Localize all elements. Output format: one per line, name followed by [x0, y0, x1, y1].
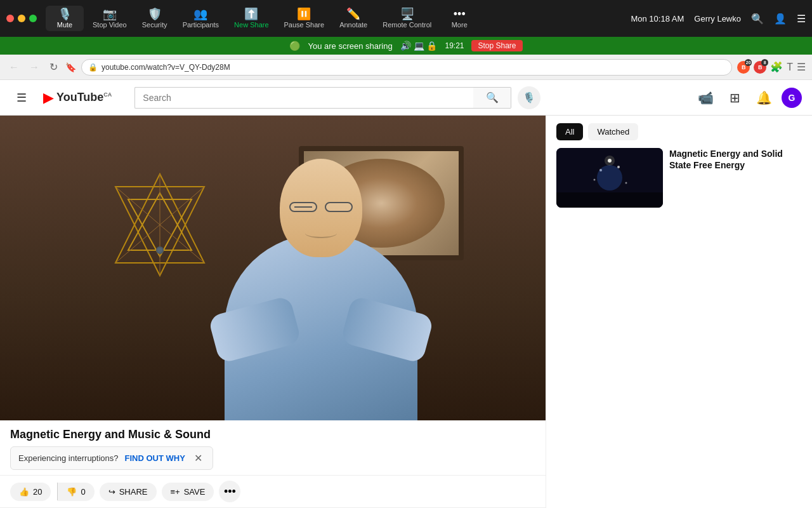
- close-icon: ✕: [194, 453, 202, 464]
- sidebar-video-info: Magnetic Energy and Solid State Free Ene…: [669, 148, 802, 208]
- camera-icon: 📷: [103, 8, 117, 20]
- stop-video-button[interactable]: 📷 Stop Video: [86, 6, 133, 31]
- person: [200, 154, 442, 420]
- security-button[interactable]: 🛡️ Security: [136, 6, 174, 31]
- like-count: 20: [33, 487, 42, 497]
- forward-button[interactable]: →: [27, 60, 42, 74]
- all-filter-button[interactable]: All: [556, 123, 583, 140]
- youtube-logo[interactable]: ▶ YouTubeCA: [43, 90, 112, 106]
- filter-row: All Watched: [556, 123, 802, 140]
- sidebar-thumbnail: [556, 148, 663, 208]
- voice-search-button[interactable]: 🎙️: [518, 86, 540, 109]
- apps-button[interactable]: ⊞: [723, 86, 746, 109]
- brave-menu-icon[interactable]: ☰: [797, 61, 806, 73]
- screen-share-message: You are screen sharing: [308, 41, 392, 51]
- interruption-bar: Experiencing interruptions? FIND OUT WHY…: [10, 446, 213, 470]
- close-dot[interactable]: [6, 15, 14, 22]
- brave-shield-count: 20: [745, 59, 752, 66]
- mute-button[interactable]: 🎙️ Mute: [46, 6, 84, 31]
- dislike-button[interactable]: 👎 0: [58, 483, 94, 501]
- video-info-bar: Magnetic Energy and Music & Sound Experi…: [0, 420, 546, 476]
- thumbs-down-icon: 👎: [67, 487, 77, 497]
- video-player[interactable]: [0, 116, 546, 420]
- browser-icons: B 20 B 8 🧩 T ☰: [737, 61, 806, 74]
- svg-point-15: [597, 165, 622, 190]
- hamburger-icon: ☰: [16, 91, 27, 105]
- thumbs-up-icon: 👍: [19, 487, 29, 497]
- annotate-icon: ✏️: [346, 8, 360, 20]
- bookmark-icon[interactable]: 🔖: [65, 62, 76, 72]
- maximize-dot[interactable]: [29, 15, 37, 22]
- address-bar[interactable]: 🔒 youtube.com/watch?v=V_QY-Ddy28M: [81, 59, 732, 76]
- sidebar-thumb-inner: [556, 148, 663, 208]
- brave-shield-icon[interactable]: B 20: [737, 61, 750, 74]
- svg-rect-16: [556, 192, 663, 208]
- menu-icon[interactable]: ☰: [797, 13, 806, 25]
- youtube-logo-text: YouTubeCA: [56, 91, 112, 104]
- right-sidebar: All Watched: [546, 116, 812, 508]
- stop-share-label: Stop Share: [478, 41, 516, 50]
- video-title: Magnetic Energy and Music & Sound: [10, 428, 535, 441]
- share-icon: ↪: [108, 487, 115, 497]
- video-section: Magnetic Energy and Music & Sound Experi…: [0, 116, 546, 508]
- remote-icon: 🖥️: [400, 8, 414, 20]
- user-avatar[interactable]: G: [782, 88, 802, 108]
- dislike-count: 0: [81, 487, 85, 497]
- reload-button[interactable]: ↻: [47, 60, 60, 74]
- notifications-button[interactable]: 🔔: [752, 86, 775, 109]
- participants-button[interactable]: 👥 Participants: [176, 6, 225, 31]
- username-text: Gerry Lewko: [694, 14, 741, 23]
- svg-point-12: [594, 179, 596, 181]
- search-btn-icon: 🔍: [486, 91, 499, 104]
- brave-rewards-icon[interactable]: B 8: [754, 61, 766, 74]
- annotate-button[interactable]: ✏️ Annotate: [333, 6, 374, 31]
- main-content: Magnetic Energy and Music & Sound Experi…: [0, 116, 812, 508]
- share-label: SHARE: [119, 487, 148, 497]
- minimize-dot[interactable]: [18, 15, 25, 22]
- datetime-area: Mon 10:18 AM Gerry Lewko 🔍 👤 ☰: [631, 0, 806, 37]
- bell-icon: 🔔: [756, 90, 772, 105]
- share-button[interactable]: ↪ SHARE: [100, 483, 157, 501]
- screen-share-bar: 🟢 You are screen sharing 🔊 💻 🔒 19:21 Sto…: [0, 37, 812, 55]
- profile-icon[interactable]: 👤: [774, 13, 787, 25]
- search-icon[interactable]: 🔍: [751, 13, 764, 25]
- find-out-why-link[interactable]: FIND OUT WHY: [125, 453, 185, 463]
- create-icon: 📹: [698, 90, 714, 105]
- video-actions: 👍 20 👎 0 ↪ SHARE ≡+ SAVE •••: [0, 476, 546, 508]
- like-button[interactable]: 👍 20: [10, 483, 51, 501]
- mute-icon: 🎙️: [58, 8, 72, 20]
- create-button[interactable]: 📹: [694, 86, 717, 109]
- url-text: youtube.com/watch?v=V_QY-Ddy28M: [102, 63, 725, 72]
- sidebar-video-item[interactable]: Magnetic Energy and Solid State Free Ene…: [556, 148, 802, 208]
- share-timer: 19:21: [445, 41, 464, 50]
- share-status-icons: 🔊 💻 🔒: [400, 41, 438, 51]
- back-button[interactable]: ←: [6, 60, 22, 74]
- sidebar-video-title: Magnetic Energy and Solid State Free Ene…: [669, 148, 802, 171]
- pause-share-button[interactable]: ⏸️ Pause Share: [278, 6, 331, 31]
- microphone-icon: 🎙️: [523, 91, 535, 104]
- pause-icon: ⏸️: [297, 8, 311, 20]
- more-button[interactable]: ••• More: [440, 6, 478, 31]
- extensions-icon[interactable]: 🧩: [770, 61, 783, 73]
- youtube-header: ☰ ▶ YouTubeCA 🔍 🎙️ 📹 ⊞ 🔔 G: [0, 80, 812, 116]
- search-container: 🔍 🎙️: [134, 86, 540, 109]
- lock-icon: 🔒: [88, 63, 98, 72]
- close-interruption-button[interactable]: ✕: [192, 452, 205, 464]
- svg-point-7: [157, 247, 163, 253]
- watched-filter-button[interactable]: Watched: [588, 123, 638, 140]
- datetime-text: Mon 10:18 AM: [631, 14, 684, 23]
- stop-share-button[interactable]: Stop Share: [471, 40, 522, 51]
- search-button[interactable]: 🔍: [473, 87, 511, 109]
- search-input[interactable]: [134, 87, 473, 109]
- participants-icon: 👥: [193, 8, 207, 20]
- interruption-text: Experiencing interruptions?: [18, 453, 119, 463]
- yt-menu-button[interactable]: ☰: [10, 86, 33, 109]
- mac-window-controls: [6, 15, 37, 22]
- save-button[interactable]: ≡+ SAVE: [162, 483, 214, 501]
- more-actions-button[interactable]: •••: [219, 481, 240, 502]
- new-share-button[interactable]: ⬆️ New Share: [228, 6, 275, 31]
- remote-control-button[interactable]: 🖥️ Remote Control: [376, 6, 438, 31]
- more-icon: •••: [454, 8, 466, 20]
- grid-icon: ⊞: [730, 90, 740, 105]
- translate-icon[interactable]: T: [787, 62, 793, 73]
